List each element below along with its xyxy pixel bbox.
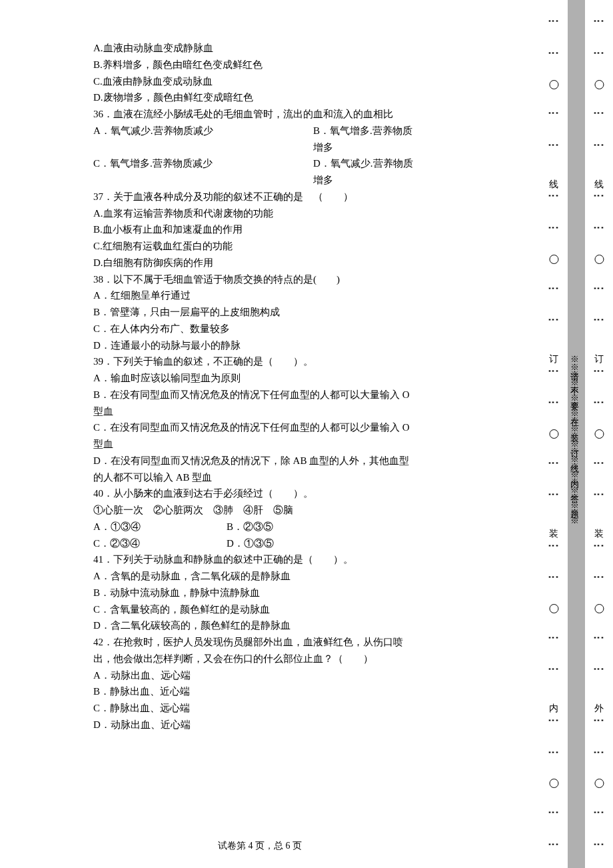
dots-icon: ⋮	[549, 715, 559, 728]
q42-option-c: C．静脉出血、远心端	[93, 700, 413, 717]
dots-icon: ⋮	[549, 489, 559, 502]
dots-icon: ⋮	[549, 16, 559, 29]
dots-icon: ⋮	[549, 191, 559, 203]
dots-icon: ⋮	[549, 223, 559, 235]
q36-option-d: D．氧气减少.营养物质增多	[313, 155, 413, 189]
dots-icon: ⋮	[594, 397, 604, 410]
dots-icon: ⋮	[549, 366, 559, 379]
q40-option-a: A．①③④	[93, 519, 227, 535]
dots-icon: ⋮	[594, 633, 604, 645]
dots-icon: ⋮	[594, 489, 604, 502]
circle-icon	[549, 429, 558, 439]
binding-grey-strip: ※※请※※不※※要※※在※※装※※订※※线※※内※※答※※题※※	[568, 0, 585, 868]
dots-icon: ⋮	[594, 458, 604, 471]
question-39: 39．下列关于输血的叙述，不正确的是（ ）。	[93, 353, 413, 370]
dots-icon: ⋮	[594, 664, 604, 677]
circle-icon	[594, 255, 604, 264]
q41-option-b: B．动脉中流动脉血，静脉中流静脉血	[93, 585, 413, 601]
circle-icon	[549, 255, 558, 264]
binding-margin: ⋮ ⋮ ⋮ ⋮ 线 ⋮ ⋮ ⋮ ⋮ 订 ⋮ ⋮ ⋮ ⋮ 装 ⋮ ⋮ ⋮ ⋮ 内 …	[540, 0, 613, 868]
dots-icon: ⋮	[594, 572, 604, 585]
dots-icon: ⋮	[549, 633, 559, 645]
dots-icon: ⋮	[594, 366, 604, 379]
q42-option-b: B．静脉出血、近心端	[93, 683, 413, 700]
q40-option-b: B．②③⑤	[227, 519, 273, 535]
question-40: 40．从小肠来的血液到达右手必须经过（ ）。	[93, 485, 413, 502]
q40-option-d: D．①③⑤	[227, 535, 274, 552]
page-footer: 试卷第 4 页，总 6 页	[0, 838, 520, 853]
circle-icon	[549, 779, 558, 788]
binding-instruction: ※※请※※不※※要※※在※※装※※订※※线※※内※※答※※题※※	[568, 0, 582, 868]
q39-option-b: B．在没有同型血而又情况危及的情况下任何血型的人都可以大量输入 O 型血	[93, 387, 413, 420]
circle-icon	[594, 604, 604, 613]
dots-icon: ⋮	[594, 108, 604, 121]
dots-icon: ⋮	[549, 315, 559, 327]
q39-option-c: C．在没有同型血而又情况危及的情况下任何血型的人都可以少量输入 O 型血	[93, 419, 413, 453]
dots-icon: ⋮	[594, 747, 604, 760]
q37-option-c: C.红细胞有运载血红蛋白的功能	[93, 238, 413, 255]
option-a: A.血液由动脉血变成静脉血	[93, 40, 413, 57]
q41-option-c: C．含氧量较高的，颜色鲜红的是动脉血	[93, 601, 413, 618]
q39-option-a: A．输血时应该以输同型血为原则	[93, 370, 413, 387]
dots-icon: ⋮	[594, 839, 604, 852]
dots-icon: ⋮	[594, 807, 604, 820]
dots-icon: ⋮	[549, 283, 559, 296]
dots-icon: ⋮	[549, 108, 559, 121]
dots-icon: ⋮	[594, 16, 604, 29]
q38-option-c: C．在人体内分布广、数量较多	[93, 321, 413, 337]
dots-icon: ⋮	[549, 572, 559, 585]
option-b: B.养料增多，颜色由暗红色变成鲜红色	[93, 57, 413, 73]
dots-icon: ⋮	[594, 191, 604, 203]
q39-option-d: D．在没有同型血而又情况危及的情况下，除 AB 血型的人外，其他血型的人都不可以…	[93, 453, 413, 486]
option-d: D.废物增多，颜色由鲜红变成暗红色	[93, 89, 413, 106]
dots-icon: ⋮	[549, 48, 559, 61]
dots-icon: ⋮	[594, 283, 604, 296]
dots-icon: ⋮	[549, 747, 559, 760]
binding-outer-track: ⋮ ⋮ ⋮ ⋮ 线 ⋮ ⋮ ⋮ ⋮ 订 ⋮ ⋮ ⋮ ⋮ 装 ⋮ ⋮ ⋮ ⋮ 外 …	[585, 0, 613, 868]
dots-icon: ⋮	[549, 397, 559, 410]
dots-icon: ⋮	[594, 715, 604, 728]
q40-option-c: C．②③④	[93, 535, 227, 552]
q37-option-d: D.白细胞有防御疾病的作用	[93, 255, 413, 271]
q36-option-a: A．氧气减少.营养物质减少	[93, 123, 313, 156]
q38-option-a: A．红细胞呈单行通过	[93, 287, 413, 304]
q41-option-a: A．含氧的是动脉血，含二氧化碳的是静脉血	[93, 568, 413, 585]
dots-icon: ⋮	[594, 315, 604, 327]
question-41: 41．下列关于动脉血和静脉血的叙述中正确的是（ ）。	[93, 551, 413, 568]
q42-option-d: D．动脉出血、近心端	[93, 717, 413, 733]
dots-icon: ⋮	[549, 458, 559, 471]
dots-icon: ⋮	[594, 541, 604, 553]
q42-option-a: A．动脉出血、远心端	[93, 667, 413, 684]
dots-icon: ⋮	[549, 807, 559, 820]
circle-icon	[549, 80, 558, 89]
circle-icon	[549, 604, 558, 613]
question-42: 42．在抢救时，医护人员发现伤员腿部外出血，血液鲜红色，从伤口喷出，他会做出怎样…	[93, 634, 413, 667]
dots-icon: ⋮	[549, 664, 559, 677]
question-38: 38．以下不属于毛细血管适于物质交换的特点的是( )	[93, 271, 413, 288]
q40-choices: ①心脏一次 ②心脏两次 ③肺 ④肝 ⑤脑	[93, 502, 413, 519]
dots-icon: ⋮	[594, 223, 604, 235]
question-36: 36．血液在流经小肠绒毛处的毛细血管时，流出的血和流入的血相比	[93, 106, 413, 123]
q36-option-b: B．氧气增多.营养物质增多	[313, 123, 413, 156]
option-c: C.血液由静脉血变成动脉血	[93, 73, 413, 90]
dots-icon: ⋮	[594, 48, 604, 61]
circle-icon	[594, 779, 604, 788]
q37-option-b: B.血小板有止血和加速凝血的作用	[93, 221, 413, 238]
circle-icon	[594, 80, 604, 89]
exam-content: A.血液由动脉血变成静脉血 B.养料增多，颜色由暗红色变成鲜红色 C.血液由静脉…	[0, 0, 426, 868]
dots-icon: ⋮	[549, 839, 559, 852]
circle-icon	[594, 429, 604, 439]
q36-option-c: C．氧气增多.营养物质减少	[93, 155, 313, 189]
dots-icon: ⋮	[594, 140, 604, 153]
q38-option-b: B．管壁薄，只由一层扁平的上皮细胞构成	[93, 304, 413, 321]
dots-icon: ⋮	[549, 541, 559, 553]
question-37: 37．关于血液各种成分及功能的叙述不正确的是 （ ）	[93, 189, 413, 205]
q41-option-d: D．含二氧化碳较高的，颜色鲜红的是静脉血	[93, 617, 413, 634]
binding-inner-track: ⋮ ⋮ ⋮ ⋮ 线 ⋮ ⋮ ⋮ ⋮ 订 ⋮ ⋮ ⋮ ⋮ 装 ⋮ ⋮ ⋮ ⋮ 内 …	[540, 0, 568, 868]
q37-option-a: A.血浆有运输营养物质和代谢废物的功能	[93, 205, 413, 222]
q38-option-d: D．连通最小的动脉与最小的静脉	[93, 337, 413, 354]
dots-icon: ⋮	[549, 140, 559, 153]
